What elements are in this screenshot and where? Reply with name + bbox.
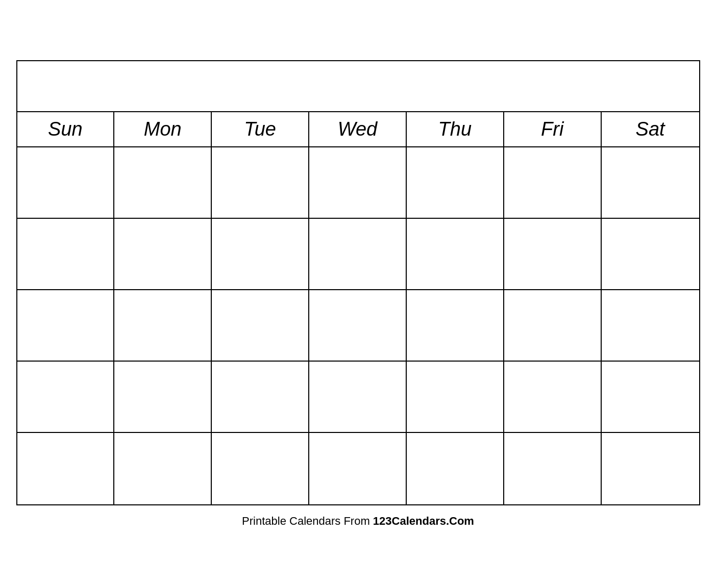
- cell-r4-wed[interactable]: [309, 362, 407, 432]
- cell-r5-sun[interactable]: [17, 433, 115, 504]
- cell-r1-wed[interactable]: [309, 147, 407, 218]
- cell-r1-mon[interactable]: [114, 147, 212, 218]
- header-sat: Sat: [602, 112, 699, 146]
- cell-r2-sun[interactable]: [17, 219, 115, 289]
- calendar-container: Sun Mon Tue Wed Thu Fri Sat: [16, 60, 700, 505]
- footer-normal-text: Printable Calendars From: [242, 515, 373, 527]
- footer-bold-text: 123Calendars.Com: [373, 515, 474, 527]
- calendar-row-5: [17, 433, 699, 504]
- cell-r1-sat[interactable]: [602, 147, 699, 218]
- cell-r4-mon[interactable]: [114, 362, 212, 432]
- calendar-row-3: [17, 290, 699, 362]
- cell-r4-fri[interactable]: [504, 362, 602, 432]
- header-tue: Tue: [212, 112, 309, 146]
- cell-r2-thu[interactable]: [407, 219, 504, 289]
- header-fri: Fri: [504, 112, 602, 146]
- cell-r4-sun[interactable]: [17, 362, 115, 432]
- calendar-rows: [17, 147, 699, 504]
- cell-r2-sat[interactable]: [602, 219, 699, 289]
- cell-r5-fri[interactable]: [504, 433, 602, 504]
- page-wrapper: Sun Mon Tue Wed Thu Fri Sat: [0, 0, 716, 588]
- cell-r2-fri[interactable]: [504, 219, 602, 289]
- calendar-row-1: [17, 147, 699, 219]
- cell-r4-sat[interactable]: [602, 362, 699, 432]
- calendar-grid: Sun Mon Tue Wed Thu Fri Sat: [17, 112, 699, 504]
- day-headers-row: Sun Mon Tue Wed Thu Fri Sat: [17, 112, 699, 147]
- cell-r5-thu[interactable]: [407, 433, 504, 504]
- calendar-row-2: [17, 219, 699, 290]
- cell-r4-thu[interactable]: [407, 362, 504, 432]
- header-wed: Wed: [309, 112, 407, 146]
- cell-r2-wed[interactable]: [309, 219, 407, 289]
- cell-r3-wed[interactable]: [309, 290, 407, 361]
- calendar-title-row: [17, 61, 699, 112]
- cell-r3-mon[interactable]: [114, 290, 212, 361]
- cell-r4-tue[interactable]: [212, 362, 309, 432]
- cell-r3-fri[interactable]: [504, 290, 602, 361]
- cell-r3-thu[interactable]: [407, 290, 504, 361]
- cell-r5-sat[interactable]: [602, 433, 699, 504]
- header-sun: Sun: [17, 112, 115, 146]
- cell-r2-tue[interactable]: [212, 219, 309, 289]
- cell-r2-mon[interactable]: [114, 219, 212, 289]
- cell-r3-tue[interactable]: [212, 290, 309, 361]
- header-thu: Thu: [407, 112, 504, 146]
- cell-r5-tue[interactable]: [212, 433, 309, 504]
- cell-r3-sun[interactable]: [17, 290, 115, 361]
- cell-r1-thu[interactable]: [407, 147, 504, 218]
- header-mon: Mon: [114, 112, 212, 146]
- cell-r3-sat[interactable]: [602, 290, 699, 361]
- footer: Printable Calendars From 123Calendars.Co…: [242, 515, 474, 528]
- cell-r5-mon[interactable]: [114, 433, 212, 504]
- cell-r1-tue[interactable]: [212, 147, 309, 218]
- cell-r1-fri[interactable]: [504, 147, 602, 218]
- cell-r1-sun[interactable]: [17, 147, 115, 218]
- cell-r5-wed[interactable]: [309, 433, 407, 504]
- calendar-row-4: [17, 362, 699, 433]
